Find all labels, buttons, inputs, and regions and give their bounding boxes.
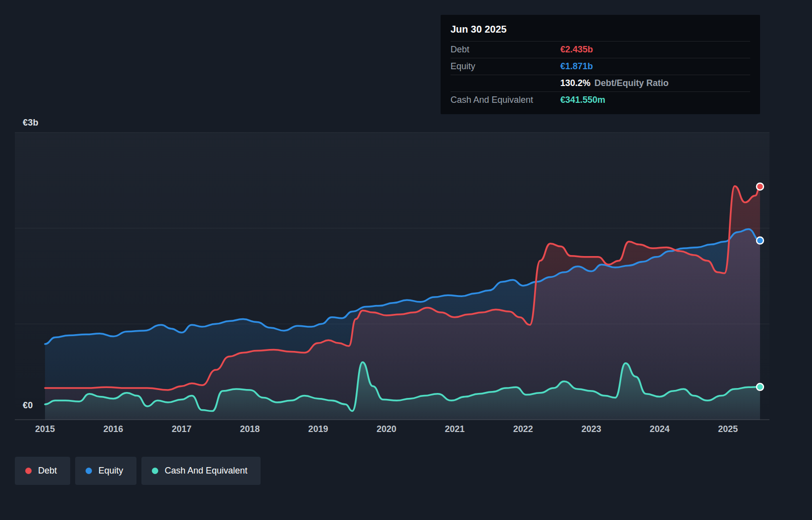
tooltip-date: Jun 30 2025 xyxy=(451,20,750,41)
debt-legend-dot-icon xyxy=(25,468,32,474)
legend-item-debt[interactable]: Debt xyxy=(15,457,70,485)
tooltip-equity-row: Equity €1.871b xyxy=(451,58,750,75)
tooltip-equity-label: Equity xyxy=(451,61,560,72)
tooltip-ratio-value: 130.2% xyxy=(560,78,590,88)
cash-and-equivalent-end-marker xyxy=(757,384,764,390)
tooltip-ratio-row: 130.2% Debt/Equity Ratio xyxy=(451,75,750,91)
tooltip-debt-label: Debt xyxy=(451,44,560,55)
chart-tooltip: Jun 30 2025 Debt €2.435b Equity €1.871b … xyxy=(441,15,760,114)
legend-item-cash-and-equivalent[interactable]: Cash And Equivalent xyxy=(141,457,261,485)
tooltip-debt-value: €2.435b xyxy=(560,44,593,55)
tooltip-debt-row: Debt €2.435b xyxy=(451,41,750,58)
debt-end-marker xyxy=(757,183,764,190)
legend-item-label: Debt xyxy=(38,466,57,476)
tooltip-cash-value: €341.550m xyxy=(560,95,605,105)
cash-and-equivalent-legend-dot-icon xyxy=(152,468,158,474)
equity-legend-dot-icon xyxy=(86,468,92,474)
tooltip-cash-label: Cash And Equivalent xyxy=(451,95,560,105)
tooltip-ratio-label: Debt/Equity Ratio xyxy=(594,78,669,88)
tooltip-cash-row: Cash And Equivalent €341.550m xyxy=(451,91,750,108)
tooltip-equity-value: €1.871b xyxy=(560,61,593,72)
debt-equity-chart-page: €3b €0 201520162017201820192020202120222… xyxy=(0,0,812,520)
equity-end-marker xyxy=(757,237,764,244)
legend-item-label: Cash And Equivalent xyxy=(165,466,247,476)
chart-legend: DebtEquityCash And Equivalent xyxy=(15,457,261,485)
y-axis-label-bottom: €0 xyxy=(23,400,33,411)
y-axis-label-top: €3b xyxy=(23,118,39,128)
legend-item-label: Equity xyxy=(98,466,123,476)
legend-item-equity[interactable]: Equity xyxy=(75,457,136,485)
